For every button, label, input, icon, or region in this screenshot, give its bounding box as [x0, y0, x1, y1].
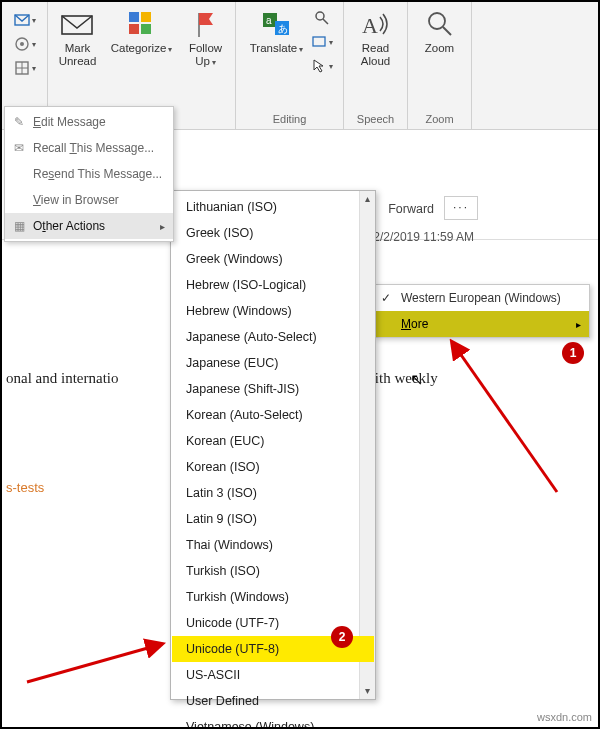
ribbon-small-button[interactable]: ▾: [14, 58, 36, 78]
zoom-button[interactable]: Zoom: [410, 6, 470, 57]
button-label: Read Aloud: [361, 42, 390, 67]
read-aloud-button[interactable]: A Read Aloud: [346, 6, 406, 69]
annotation-marker-2: 2: [331, 626, 353, 648]
encoding-item[interactable]: Hebrew (ISO-Logical): [172, 272, 374, 298]
ribbon-group-editing: aあ Translate▾ ▾ ▾ Editing: [236, 2, 344, 129]
ribbon-group-speech: A Read Aloud Speech: [344, 2, 408, 129]
menu-recall-message[interactable]: ✉ Recall This Message...: [5, 135, 173, 161]
menu-view-in-browser[interactable]: View in Browser: [5, 187, 173, 213]
encoding-list: ▴ ▾ Lithuanian (ISO)Greek (ISO)Greek (Wi…: [170, 190, 376, 700]
svg-text:a: a: [266, 15, 272, 26]
menu-other-actions[interactable]: ▦ Other Actions: [5, 213, 173, 239]
chevron-down-icon: ▾: [32, 40, 36, 49]
categorize-button[interactable]: Categorize▾: [112, 6, 172, 57]
encoding-item[interactable]: Lithuanian (ISO): [172, 194, 374, 220]
flag-icon: [193, 8, 219, 40]
encoding-item[interactable]: Turkish (Windows): [172, 584, 374, 610]
translate-icon: aあ: [261, 8, 293, 40]
svg-line-18: [27, 644, 162, 682]
button-label: Mark Unread: [59, 42, 97, 67]
find-button[interactable]: [311, 8, 333, 28]
encoding-more-menu: ✓ Western European (Windows) More: [374, 284, 590, 338]
chevron-down-icon: ▾: [32, 16, 36, 25]
svg-rect-8: [141, 24, 151, 34]
button-label: Translate: [250, 42, 298, 54]
check-icon: ✓: [381, 291, 391, 305]
svg-rect-7: [129, 24, 139, 34]
recall-icon: ✉: [11, 141, 27, 155]
button-label: Follow Up: [189, 42, 222, 67]
encoding-item[interactable]: Japanese (Auto-Select): [172, 324, 374, 350]
encoding-item[interactable]: Korean (ISO): [172, 454, 374, 480]
forward-button[interactable]: Forward: [388, 202, 434, 216]
ribbon-small-button[interactable]: ▾: [14, 10, 36, 30]
encoding-item[interactable]: Japanese (EUC): [172, 350, 374, 376]
mark-unread-button[interactable]: Mark Unread: [48, 6, 108, 69]
svg-rect-6: [141, 12, 151, 22]
svg-line-17: [452, 342, 557, 492]
encoding-item[interactable]: Japanese (Shift-JIS): [172, 376, 374, 402]
encoding-item[interactable]: User Defined: [172, 688, 374, 714]
translate-button[interactable]: aあ Translate▾: [247, 6, 307, 57]
encoding-item[interactable]: Hebrew (Windows): [172, 298, 374, 324]
chevron-down-icon: ▾: [32, 64, 36, 73]
envelope-icon: [60, 8, 96, 40]
encoding-item[interactable]: Thai (Windows): [172, 532, 374, 558]
encoding-item[interactable]: Latin 3 (ISO): [172, 480, 374, 506]
follow-up-button[interactable]: Follow Up▾: [176, 6, 236, 69]
encoding-item[interactable]: US-ASCII: [172, 662, 374, 688]
svg-point-13: [316, 12, 324, 20]
read-aloud-icon: A: [360, 8, 392, 40]
message-date: 2/2/2019 11:59 AM: [373, 230, 474, 244]
encoding-item[interactable]: Vietnamese (Windows): [172, 714, 374, 729]
categorize-icon: [127, 8, 157, 40]
menu-resend-message[interactable]: Resend This Message...: [5, 161, 173, 187]
related-button[interactable]: ▾: [311, 32, 333, 52]
ribbon-small-button[interactable]: ▾: [14, 34, 36, 54]
actions-icon: ▦: [11, 219, 27, 233]
menu-edit-message[interactable]: ✎ Edit Message: [5, 109, 173, 135]
svg-rect-5: [129, 12, 139, 22]
annotation-marker-1: 1: [562, 342, 584, 364]
actions-context-menu: ✎ Edit Message ✉ Recall This Message... …: [4, 106, 174, 242]
encoding-item[interactable]: Greek (ISO): [172, 220, 374, 246]
svg-point-2: [20, 42, 24, 46]
button-label: Categorize: [111, 42, 167, 54]
edit-icon: ✎: [11, 115, 27, 129]
encoding-item[interactable]: Greek (Windows): [172, 246, 374, 272]
encoding-item[interactable]: Turkish (ISO): [172, 558, 374, 584]
group-label: Zoom: [425, 113, 453, 127]
encoding-current-item[interactable]: ✓ Western European (Windows): [375, 285, 589, 311]
svg-text:A: A: [362, 13, 378, 38]
watermark: wsxdn.com: [537, 711, 592, 723]
group-label: Editing: [273, 113, 307, 127]
svg-point-16: [429, 13, 445, 29]
svg-text:あ: あ: [278, 23, 288, 34]
svg-rect-14: [313, 37, 325, 46]
group-label: Speech: [357, 113, 394, 127]
encoding-item[interactable]: Latin 9 (ISO): [172, 506, 374, 532]
more-options-button[interactable]: ···: [444, 196, 478, 220]
encoding-item[interactable]: Korean (EUC): [172, 428, 374, 454]
ribbon-group-zoom: Zoom Zoom: [408, 2, 472, 129]
encoding-more-item[interactable]: More: [375, 311, 589, 337]
cursor-icon: ↖: [410, 370, 423, 389]
message-link[interactable]: s-tests: [6, 480, 44, 495]
encoding-item[interactable]: Korean (Auto-Select): [172, 402, 374, 428]
button-label: Zoom: [425, 42, 454, 55]
select-button[interactable]: ▾: [311, 56, 333, 76]
zoom-icon: [425, 8, 455, 40]
